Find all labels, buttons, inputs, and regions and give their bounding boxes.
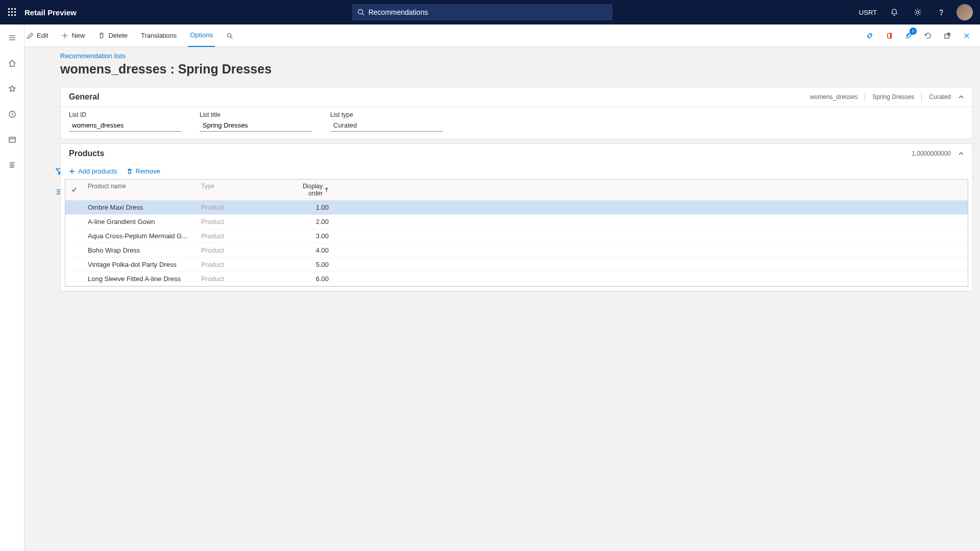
- svg-point-9: [358, 10, 362, 14]
- plus-icon: [69, 168, 75, 174]
- cell-product-name: Vintage Polka-dot Party Dress: [83, 258, 196, 271]
- find-button[interactable]: [224, 24, 235, 47]
- svg-line-10: [362, 14, 364, 16]
- row-checkbox[interactable]: [65, 243, 83, 257]
- svg-rect-3: [8, 11, 10, 13]
- new-button[interactable]: New: [59, 24, 87, 47]
- row-checkbox[interactable]: [65, 272, 83, 286]
- home-icon[interactable]: [4, 55, 20, 71]
- general-heading: General: [69, 92, 100, 102]
- link-icon[interactable]: [863, 29, 877, 43]
- general-collapse-icon[interactable]: [958, 94, 964, 100]
- delete-icon: [127, 168, 133, 174]
- row-checkbox[interactable]: [65, 229, 83, 243]
- notifications-icon[interactable]: [883, 0, 905, 24]
- add-products-button[interactable]: Add products: [69, 167, 117, 175]
- svg-rect-2: [14, 8, 16, 10]
- row-checkbox[interactable]: [65, 258, 83, 271]
- content-area: Recommendation lists womens_dresses : Sp…: [24, 47, 980, 551]
- cell-display-order: 5.00: [283, 258, 334, 271]
- select-all-checkbox[interactable]: [65, 180, 83, 200]
- navbar: Retail Preview USRT: [0, 0, 980, 24]
- row-checkbox[interactable]: [65, 215, 83, 229]
- svg-point-25: [228, 33, 231, 37]
- options-tab[interactable]: Options: [188, 24, 215, 47]
- translations-button[interactable]: Translations: [139, 24, 179, 47]
- attachments-badge: 0: [910, 28, 917, 35]
- cell-type: Product: [196, 272, 283, 286]
- modules-icon[interactable]: [4, 157, 20, 173]
- table-row[interactable]: Boho Wrap DressProduct4.00: [65, 243, 968, 258]
- company-code[interactable]: USRT: [854, 9, 882, 16]
- cell-type: Product: [196, 229, 283, 243]
- remove-button[interactable]: Remove: [127, 167, 160, 175]
- general-summary-title: Spring Dresses: [872, 93, 914, 101]
- cell-display-order: 3.00: [283, 229, 334, 243]
- svg-rect-8: [14, 14, 16, 16]
- cell-display-order: 1.00: [283, 201, 334, 214]
- cell-display-order: 4.00: [283, 243, 334, 257]
- list-id-label: List ID: [69, 111, 181, 118]
- cell-type: Product: [196, 243, 283, 257]
- recent-icon[interactable]: [4, 106, 20, 122]
- svg-line-26: [231, 36, 233, 38]
- left-nav-rail: [0, 24, 24, 551]
- cell-product-name: Boho Wrap Dress: [83, 243, 196, 257]
- cell-product-name: Aqua Cross-Peplum Mermaid G...: [83, 229, 196, 243]
- action-bar: Edit New Delete Translations Options 0: [0, 24, 980, 47]
- help-icon[interactable]: [930, 0, 952, 24]
- attachments-icon[interactable]: 0: [901, 29, 916, 43]
- cell-type: Product: [196, 201, 283, 214]
- products-grid: Product name Type Display order Ombre Ma…: [65, 179, 968, 287]
- delete-button[interactable]: Delete: [96, 24, 130, 47]
- svg-rect-0: [8, 8, 10, 10]
- col-header-display-order[interactable]: Display order: [283, 180, 334, 200]
- svg-rect-4: [11, 11, 13, 13]
- table-row[interactable]: A-line Grandient GownProduct2.00: [65, 215, 968, 229]
- list-type-input[interactable]: [330, 119, 443, 132]
- app-title: Retail Preview: [24, 8, 77, 17]
- svg-rect-6: [8, 14, 10, 16]
- list-title-input[interactable]: [200, 119, 312, 132]
- table-row[interactable]: Vintage Polka-dot Party DressProduct5.00: [65, 258, 968, 272]
- col-header-product-name[interactable]: Product name: [83, 180, 196, 200]
- close-icon[interactable]: [960, 29, 974, 43]
- refresh-icon[interactable]: [921, 29, 935, 43]
- products-card: Products 1.0000000000 Add products Remov…: [60, 143, 973, 291]
- edit-button[interactable]: Edit: [24, 24, 50, 47]
- user-avatar[interactable]: [957, 4, 973, 20]
- products-collapse-icon[interactable]: [958, 151, 964, 157]
- favorites-icon[interactable]: [4, 81, 20, 97]
- cell-type: Product: [196, 258, 283, 271]
- cell-product-name: Long Sleeve Fitted A-line Dress: [83, 272, 196, 286]
- svg-point-12: [941, 14, 941, 15]
- col-header-type[interactable]: Type: [196, 180, 283, 200]
- checkmark-icon: [71, 187, 77, 193]
- svg-rect-17: [9, 137, 15, 142]
- popout-icon[interactable]: [940, 29, 954, 43]
- general-summary-id: womens_dresses: [810, 93, 857, 101]
- svg-point-11: [917, 11, 919, 14]
- cell-display-order: 6.00: [283, 272, 334, 286]
- search-input[interactable]: [369, 8, 607, 16]
- general-summary-type: Curated: [929, 93, 951, 101]
- table-row[interactable]: Ombre Maxi DressProduct1.00: [65, 201, 968, 215]
- app-launcher-icon[interactable]: [4, 0, 20, 24]
- svg-rect-5: [14, 11, 16, 13]
- table-row[interactable]: Aqua Cross-Peplum Mermaid G...Product3.0…: [65, 229, 968, 243]
- products-summary-value: 1.0000000000: [912, 150, 951, 157]
- cell-product-name: Ombre Maxi Dress: [83, 201, 196, 214]
- list-id-input[interactable]: [69, 119, 181, 132]
- workspaces-icon[interactable]: [4, 132, 20, 148]
- hamburger-icon[interactable]: [4, 30, 20, 46]
- row-checkbox[interactable]: [65, 201, 83, 214]
- office-icon[interactable]: [882, 29, 896, 43]
- settings-icon[interactable]: [906, 0, 929, 24]
- breadcrumb-link[interactable]: Recommendation lists: [60, 52, 973, 60]
- global-search[interactable]: [352, 4, 612, 20]
- page-title: womens_dresses : Spring Dresses: [60, 62, 973, 77]
- table-row[interactable]: Long Sleeve Fitted A-line DressProduct6.…: [65, 272, 968, 286]
- sort-asc-icon: [325, 187, 329, 192]
- general-card: General womens_dresses Spring Dresses Cu…: [60, 87, 973, 139]
- svg-rect-7: [11, 14, 13, 16]
